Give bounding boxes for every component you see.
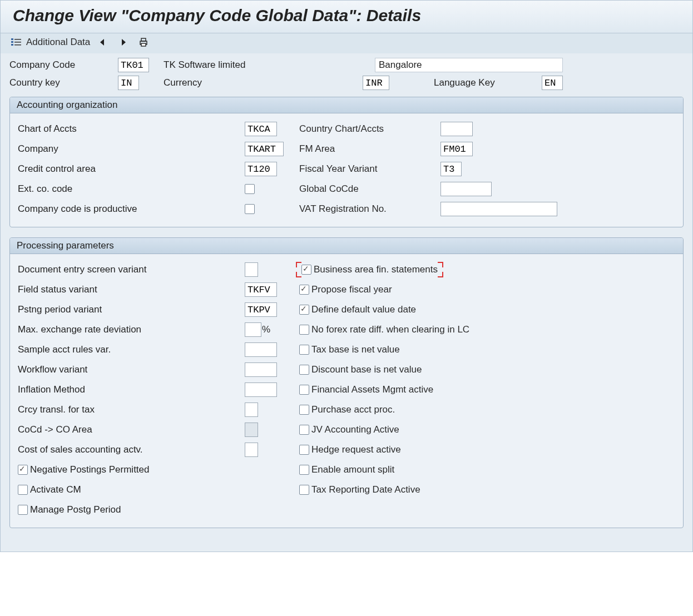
lbl-max-rate-dev: Max. exchange rate deviation — [18, 324, 245, 335]
lbl-currency: Currency — [164, 77, 375, 88]
tax-rep-date-checkbox[interactable] — [299, 485, 309, 495]
title-bar: Change View "Company Code Global Data": … — [1, 1, 692, 33]
lbl-chart-of-accts: Chart of Accts — [18, 123, 245, 135]
workflow-field[interactable] — [245, 362, 277, 377]
hedge-checkbox[interactable] — [299, 445, 309, 455]
crcy-tax-field[interactable] — [245, 403, 258, 417]
lbl-cos-actv: Cost of sales accounting actv. — [18, 444, 245, 455]
lbl-ba-fin-stmt: Business area fin. statements — [314, 264, 438, 275]
lbl-activate-cm: Activate CM — [30, 484, 81, 495]
language-key-field[interactable] — [542, 76, 563, 90]
company-field[interactable] — [245, 142, 284, 156]
app-toolbar: Additional Data — [1, 33, 692, 53]
next-arrow-icon[interactable] — [118, 37, 129, 48]
lbl-discount-net: Discount base is net value — [311, 364, 422, 375]
lbl-company: Company — [18, 143, 245, 155]
company-name-text: TK Software limited — [164, 59, 375, 71]
purchase-proc-checkbox[interactable] — [299, 405, 309, 415]
ext-co-code-checkbox[interactable] — [245, 184, 255, 194]
productive-checkbox[interactable] — [245, 204, 255, 214]
field-status-field[interactable] — [245, 282, 277, 297]
print-icon[interactable] — [138, 37, 149, 48]
processing-panel: Processing parameters Document entry scr… — [9, 237, 684, 528]
lbl-crcy-tax: Crcy transl. for tax — [18, 404, 245, 415]
discount-net-checkbox[interactable] — [299, 365, 309, 375]
lbl-language-key: Language Key — [430, 77, 542, 88]
lbl-sample-rules: Sample acct rules var. — [18, 344, 245, 355]
lbl-propose-fy: Propose fiscal year — [311, 284, 392, 295]
lbl-company-code: Company Code — [9, 59, 118, 71]
header-grid: Company Code TK Software limited Bangalo… — [9, 58, 684, 90]
lbl-tax-rep-date: Tax Reporting Date Active — [311, 484, 420, 495]
ba-fin-highlight: Business area fin. statements — [299, 264, 440, 275]
fm-area-field[interactable] — [440, 142, 473, 156]
lbl-pstng-period: Pstng period variant — [18, 304, 245, 315]
cocd-co-area-field — [245, 423, 258, 437]
country-key-field[interactable] — [118, 76, 139, 90]
lbl-tax-base-net: Tax base is net value — [311, 344, 400, 355]
city-output: Bangalore — [375, 58, 563, 72]
lbl-fiscal-year: Fiscal Year Variant — [299, 163, 438, 175]
chart-of-accts-field[interactable] — [245, 122, 277, 136]
svg-marker-7 — [122, 39, 126, 46]
lbl-neg-postings: Negative Postings Permitted — [30, 464, 150, 475]
svg-rect-3 — [14, 39, 21, 40]
prev-arrow-icon[interactable] — [97, 37, 108, 48]
doc-entry-field[interactable] — [245, 262, 258, 277]
lbl-credit-ctrl: Credit control area — [18, 163, 245, 175]
svg-rect-10 — [141, 43, 146, 46]
jv-active-checkbox[interactable] — [299, 425, 309, 435]
pct-label: % — [262, 324, 270, 335]
propose-fy-checkbox[interactable] — [299, 285, 309, 295]
lbl-fam-active: Financial Assets Mgmt active — [311, 384, 433, 395]
ba-fin-stmt-checkbox[interactable] — [301, 265, 311, 275]
manage-postg-checkbox[interactable] — [18, 505, 28, 515]
tax-base-net-checkbox[interactable] — [299, 345, 309, 355]
lbl-jv-active: JV Accounting Active — [311, 424, 399, 435]
company-code-field[interactable] — [118, 58, 149, 72]
vat-reg-field[interactable] — [440, 202, 557, 216]
lbl-purchase-proc: Purchase acct proc. — [311, 404, 395, 415]
lbl-global-cocde: Global CoCde — [299, 183, 438, 195]
lbl-fm-area: FM Area — [299, 143, 438, 155]
lbl-productive: Company code is productive — [18, 203, 245, 215]
additional-data-button[interactable]: Additional Data — [25, 37, 93, 48]
accounting-panel-title: Accounting organization — [10, 97, 683, 113]
credit-ctrl-field[interactable] — [245, 162, 277, 176]
sample-rules-field[interactable] — [245, 342, 277, 357]
lbl-amount-split: Enable amount split — [311, 464, 394, 475]
lbl-field-status: Field status variant — [18, 284, 245, 295]
lbl-hedge: Hedge request active — [311, 444, 401, 455]
sap-screen: Change View "Company Code Global Data": … — [0, 0, 693, 552]
lbl-cocd-co-area: CoCd -> CO Area — [18, 424, 245, 435]
lbl-country-chart: Country Chart/Accts — [299, 123, 438, 135]
svg-rect-0 — [11, 38, 13, 40]
svg-rect-2 — [11, 44, 13, 46]
neg-postings-checkbox[interactable] — [18, 465, 28, 475]
currency-field[interactable] — [363, 76, 389, 90]
lbl-ext-co-code: Ext. co. code — [18, 183, 245, 195]
pstng-period-field[interactable] — [245, 302, 277, 317]
fam-active-checkbox[interactable] — [299, 385, 309, 395]
global-cocde-field[interactable] — [440, 182, 492, 196]
page-title: Change View "Company Code Global Data": … — [13, 6, 680, 25]
list-icon[interactable] — [11, 37, 22, 48]
fiscal-year-field[interactable] — [440, 162, 462, 176]
default-value-date-checkbox[interactable] — [299, 305, 309, 315]
lbl-default-value-date: Define default value date — [311, 304, 416, 315]
activate-cm-checkbox[interactable] — [18, 485, 28, 495]
svg-rect-5 — [14, 44, 21, 46]
country-chart-field[interactable] — [440, 122, 473, 136]
lbl-country-key: Country key — [9, 77, 118, 88]
lbl-no-forex: No forex rate diff. when clearing in LC — [311, 324, 469, 335]
svg-rect-1 — [11, 41, 13, 43]
lbl-workflow: Workflow variant — [18, 364, 245, 375]
inflation-field[interactable] — [245, 382, 277, 397]
max-rate-dev-field[interactable] — [245, 322, 261, 337]
lbl-doc-entry: Document entry screen variant — [18, 264, 245, 275]
no-forex-checkbox[interactable] — [299, 325, 309, 335]
cos-actv-field[interactable] — [245, 443, 258, 457]
svg-marker-6 — [100, 39, 104, 46]
svg-rect-4 — [14, 42, 21, 43]
amount-split-checkbox[interactable] — [299, 465, 309, 475]
